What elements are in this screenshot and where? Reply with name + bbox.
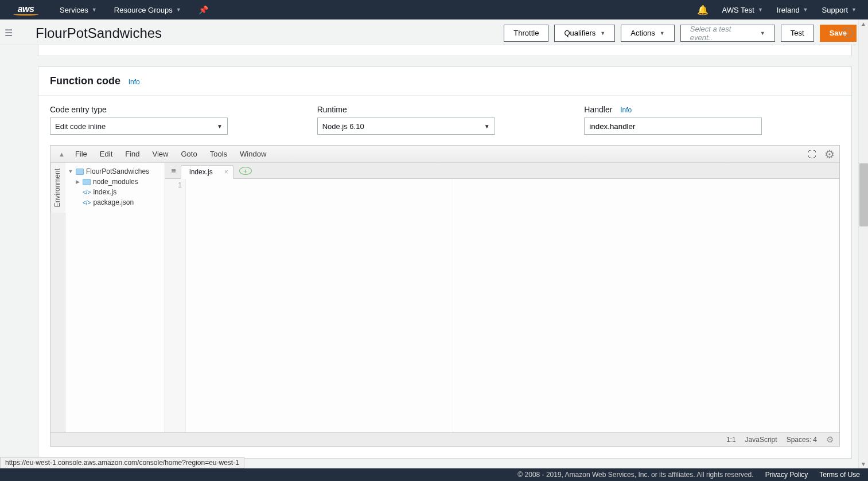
function-header: ☰ FlourPotSandwiches Throttle Qualifiers… [0, 19, 868, 45]
test-event-placeholder: Select a test event.. [690, 25, 756, 42]
environment-tab[interactable]: Environment [50, 163, 65, 213]
function-code-title: Function code [50, 75, 120, 87]
add-tab-icon[interactable]: + [239, 167, 252, 175]
aws-footer: © 2008 - 2019, Amazon Web Services, Inc.… [0, 468, 868, 481]
footer-terms-link[interactable]: Terms of Use [819, 471, 860, 479]
tree-package-json[interactable]: </> package.json [67, 197, 162, 208]
browser-status-url: https://eu-west-1.console.aws.amazon.com… [0, 457, 244, 468]
test-label: Test [791, 29, 804, 37]
tree-index-js-label: index.js [93, 188, 116, 196]
caret-down-icon: ▼ [760, 30, 765, 36]
actions-label: Actions [630, 29, 655, 37]
handler-input[interactable] [584, 118, 762, 135]
gear-icon[interactable]: ⚙ [826, 435, 834, 445]
runtime-value: Node.js 6.10 [322, 122, 364, 131]
code-area: ≣ index.js × + 1 [165, 163, 839, 432]
tree-root[interactable]: ▼ FlourPotSandwiches [67, 166, 162, 177]
hamburger-icon: ☰ [5, 28, 13, 38]
caret-right-icon: ▶ [75, 179, 80, 185]
vertical-scrollbar[interactable]: ▲ ▼ [858, 19, 868, 468]
caret-down-icon: ▼ [217, 123, 223, 130]
runtime-col: Runtime Node.js 6.10 ▼ [317, 105, 573, 135]
runtime-label: Runtime [317, 105, 573, 114]
editor-tab-strip: ≣ index.js × + [165, 163, 839, 179]
nav-resource-groups-label: Resource Groups [114, 6, 173, 14]
scrollbar-thumb[interactable] [859, 163, 868, 226]
test-event-select[interactable]: Select a test event..▼ [680, 25, 775, 42]
header-buttons: Throttle Qualifiers▼ Actions▼ Select a t… [504, 25, 857, 42]
gear-icon[interactable]: ⚙ [824, 147, 835, 161]
editor-right-icons: ⛶ ⚙ [808, 147, 835, 161]
caret-down-icon: ▼ [660, 30, 665, 36]
cursor-position[interactable]: 1:1 [726, 436, 736, 444]
nav-right: 🔔 AWS Test ▼ Ireland ▼ Support ▼ [690, 0, 863, 19]
function-code-info-link[interactable]: Info [129, 78, 140, 86]
handler-info-link[interactable]: Info [620, 106, 632, 114]
editor-menubar: ▲ File Edit Find View Goto Tools Window … [50, 146, 839, 163]
config-row: Code entry type Edit code inline ▼ Runti… [38, 96, 851, 145]
collapse-tree-icon[interactable]: ▲ [55, 151, 68, 158]
footer-privacy-link[interactable]: Privacy Policy [765, 471, 808, 479]
caret-down-icon: ▼ [484, 123, 490, 130]
tree-node-modules[interactable]: ▶ node_modules [67, 177, 162, 187]
code-entry-select[interactable]: Edit code inline ▼ [50, 118, 228, 135]
code-entry-value: Edit code inline [55, 122, 106, 131]
close-icon[interactable]: × [224, 168, 228, 176]
nav-support[interactable]: Support ▼ [815, 0, 863, 19]
designer-panel-cut [38, 45, 852, 56]
throttle-button[interactable]: Throttle [504, 25, 548, 42]
menu-edit[interactable]: Edit [94, 147, 118, 161]
menu-view[interactable]: View [147, 147, 174, 161]
nav-region[interactable]: Ireland ▼ [770, 0, 815, 19]
menu-file[interactable]: File [69, 147, 93, 161]
editor-body: Environment ▼ FlourPotSandwiches ▶ node_… [50, 163, 839, 432]
runtime-select[interactable]: Node.js 6.10 ▼ [317, 118, 495, 135]
code-content[interactable]: 1 [165, 179, 839, 432]
js-file-icon: </> [83, 189, 91, 195]
info-icon: i [843, 28, 853, 38]
folder-icon [76, 169, 84, 175]
code-editor: ▲ File Edit Find View Goto Tools Window … [50, 145, 840, 447]
test-button[interactable]: Test [781, 25, 814, 42]
nav-services-label: Services [60, 6, 88, 14]
tree-index-js[interactable]: </> index.js [67, 187, 162, 197]
aws-logo[interactable]: aws [0, 4, 52, 15]
scroll-down-icon[interactable]: ▼ [859, 461, 868, 467]
editor-status-bar: 1:1 JavaScript Spaces: 4 ⚙ [50, 432, 839, 446]
caret-down-icon: ▼ [68, 169, 73, 174]
caret-down-icon: ▼ [851, 7, 857, 13]
nav-notifications[interactable]: 🔔 [690, 0, 715, 19]
editor-tab-label: index.js [189, 168, 213, 176]
editor-tab-index-js[interactable]: index.js × [181, 165, 233, 179]
function-title: FlourPotSandwiches [36, 25, 504, 41]
caret-down-icon: ▼ [758, 7, 763, 13]
nav-services[interactable]: Services ▼ [52, 0, 105, 19]
menu-tools[interactable]: Tools [204, 147, 233, 161]
line-number-1: 1 [165, 181, 182, 189]
qualifiers-button[interactable]: Qualifiers▼ [554, 25, 615, 42]
caret-down-icon: ▼ [803, 7, 808, 13]
menu-window[interactable]: Window [234, 147, 272, 161]
nav-account[interactable]: AWS Test ▼ [715, 0, 770, 19]
indent-setting[interactable]: Spaces: 4 [787, 436, 817, 444]
caret-down-icon: ▼ [600, 30, 605, 36]
language-mode[interactable]: JavaScript [745, 436, 777, 444]
scroll-up-icon[interactable]: ▲ [859, 21, 868, 27]
nav-pin[interactable]: 📌 [190, 0, 216, 19]
fullscreen-icon[interactable]: ⛶ [808, 149, 816, 159]
file-tree[interactable]: ▼ FlourPotSandwiches ▶ node_modules </> … [65, 163, 165, 432]
actions-button[interactable]: Actions▼ [621, 25, 675, 42]
tab-list-icon[interactable]: ≣ [169, 167, 181, 178]
code-lines[interactable] [186, 179, 839, 432]
menu-find[interactable]: Find [119, 147, 145, 161]
help-panel-toggle[interactable]: i [843, 28, 853, 38]
handler-label-text: Handler [584, 105, 612, 114]
menu-goto[interactable]: Goto [176, 147, 203, 161]
main-area[interactable]: Function code Info Code entry type Edit … [0, 45, 868, 481]
bell-icon: 🔔 [697, 5, 709, 15]
nav-resource-groups[interactable]: Resource Groups ▼ [106, 0, 189, 19]
nav-support-label: Support [822, 6, 848, 14]
sidebar-toggle[interactable]: ☰ [0, 28, 17, 38]
handler-col: Handler Info [584, 105, 840, 135]
handler-label: Handler Info [584, 105, 840, 114]
